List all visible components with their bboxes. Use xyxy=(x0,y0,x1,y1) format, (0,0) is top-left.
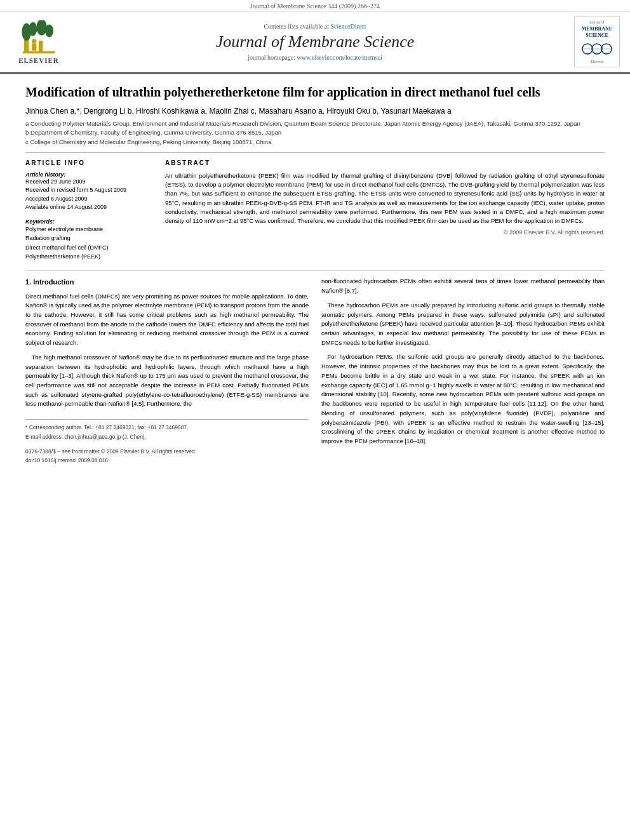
journal-center: Contents lists available at ScienceDirec… xyxy=(67,23,563,61)
keyword-2: Radiation grafting xyxy=(25,234,152,243)
bottom-info: 0376-7388/$ – see front matter © 2009 El… xyxy=(25,448,309,456)
keywords-label: Keywords: xyxy=(25,218,152,225)
main-content: 1. Introduction Direct methanol fuel cel… xyxy=(25,277,605,464)
right-para1: non-fluorinated hydrocarbon PEMs often e… xyxy=(321,277,605,295)
available-date: Available online 14 August 2009 xyxy=(25,203,152,212)
doi-line: doi:10.1016/j.memsci.2009.08.016 xyxy=(25,457,309,465)
homepage-link: www.elsevier.com/locate/memsci xyxy=(297,54,382,61)
main-col-left: 1. Introduction Direct methanol fuel cel… xyxy=(25,277,309,464)
keyword-1: Polymer electrolyte membrane xyxy=(25,225,152,234)
section1-title: 1. Introduction xyxy=(25,277,309,288)
elsevier-tree-icon xyxy=(20,20,58,55)
homepage-line: journal homepage: www.elsevier.com/locat… xyxy=(67,54,563,61)
issn-line: 0376-7388/$ – see front matter © 2009 El… xyxy=(25,448,196,456)
article-body: Modification of ultrathin polyetherether… xyxy=(0,74,630,477)
keyword-4: Polyetheretherketone (PEEK) xyxy=(25,252,152,261)
article-info-heading: ARTICLE INFO xyxy=(25,159,152,166)
jms-logo: journal of MEMBRANESCIENCE Elsevier xyxy=(574,17,620,67)
info-abstract-section: ARTICLE INFO Article history: Received 2… xyxy=(25,159,605,262)
keyword-3: Direct methanol fuel cell (DMFC) xyxy=(25,243,152,252)
journal-header: ELSEVIER Contents lists available at Sci… xyxy=(0,11,630,74)
journal-page: Journal of Membrane Science 344 (2009) 2… xyxy=(0,0,630,840)
jms-logo-graphic-icon xyxy=(581,39,613,58)
affiliation-b: b Department of Chemistry, Faculty of En… xyxy=(25,128,605,137)
jms-logo-bottom: Elsevier xyxy=(591,60,603,63)
elsevier-brand-text: ELSEVIER xyxy=(18,57,59,64)
footnote-email: E-mail address: chen.jinhua@jaea.go.jp (… xyxy=(25,433,309,441)
received-date: Received 29 June 2009 xyxy=(25,178,152,187)
abstract-heading: ABSTRACT xyxy=(165,159,605,166)
received-revised-date: Received in revised form 5 August 2009 xyxy=(25,186,152,195)
top-bar: Journal of Membrane Science 344 (2009) 2… xyxy=(0,0,630,11)
svg-point-3 xyxy=(36,20,46,36)
journal-title: Journal of Membrane Science xyxy=(67,32,563,51)
abstract-col: ABSTRACT An ultrathin polyetheretherketo… xyxy=(165,159,605,262)
sciencedirect-link[interactable]: ScienceDirect xyxy=(330,23,366,30)
svg-rect-5 xyxy=(39,41,43,52)
svg-point-4 xyxy=(45,24,53,37)
svg-rect-6 xyxy=(23,51,55,53)
affiliation-a: a Conducting Polymer Materials Group, En… xyxy=(25,119,605,128)
article-title: Modification of ultrathin polyetherether… xyxy=(25,84,605,100)
history-heading: Article history: xyxy=(25,171,152,178)
divider-1 xyxy=(25,152,605,153)
authors-line: Jinhua Chen a,*, Dengrong Li b, Hiroshi … xyxy=(25,107,605,116)
section1-para2: The high methanol crossover of Nafion® m… xyxy=(25,353,309,409)
affiliation-c: c College of Chemistry and Molecular Eng… xyxy=(25,138,605,146)
article-info-col: ARTICLE INFO Article history: Received 2… xyxy=(25,159,152,262)
journal-citation: Journal of Membrane Science 344 (2009) 2… xyxy=(250,3,380,10)
section1-para1: Direct methanol fuel cells (DMFCs) are v… xyxy=(25,292,309,348)
svg-point-7 xyxy=(32,39,36,43)
right-para2: These hydrocarbon PEMs are usually prepa… xyxy=(321,301,605,348)
divider-2 xyxy=(25,270,605,270)
abstract-text: An ultrathin polyetheretherketone (PEEK)… xyxy=(165,171,605,226)
accepted-date: Accepted 6 August 2009 xyxy=(25,195,152,204)
footnote-corresponding: * Corresponding author. Tel.: +81 27 346… xyxy=(25,423,309,432)
svg-rect-8 xyxy=(32,43,36,50)
jms-logo-box: journal of MEMBRANESCIENCE Elsevier xyxy=(563,17,620,67)
jms-logo-text-top: journal of xyxy=(589,20,605,25)
copyright-line: © 2009 Elsevier B.V. All rights reserved… xyxy=(165,229,605,236)
right-para3: For hydrocarbon PEMs, the sulfonic acid … xyxy=(321,352,605,446)
sciencedirect-line: Contents lists available at ScienceDirec… xyxy=(67,23,563,30)
svg-point-2 xyxy=(29,22,37,36)
main-col-right: non-fluorinated hydrocarbon PEMs often e… xyxy=(321,277,605,464)
jms-logo-title: MEMBRANESCIENCE xyxy=(582,26,612,38)
elsevier-logo: ELSEVIER xyxy=(10,20,67,64)
footnotes: * Corresponding author. Tel.: +81 27 346… xyxy=(25,419,309,441)
affiliations: a Conducting Polymer Materials Group, En… xyxy=(25,119,605,146)
keywords-section: Keywords: Polymer electrolyte membrane R… xyxy=(25,218,152,262)
article-history: Article history: Received 29 June 2009 R… xyxy=(25,171,152,212)
